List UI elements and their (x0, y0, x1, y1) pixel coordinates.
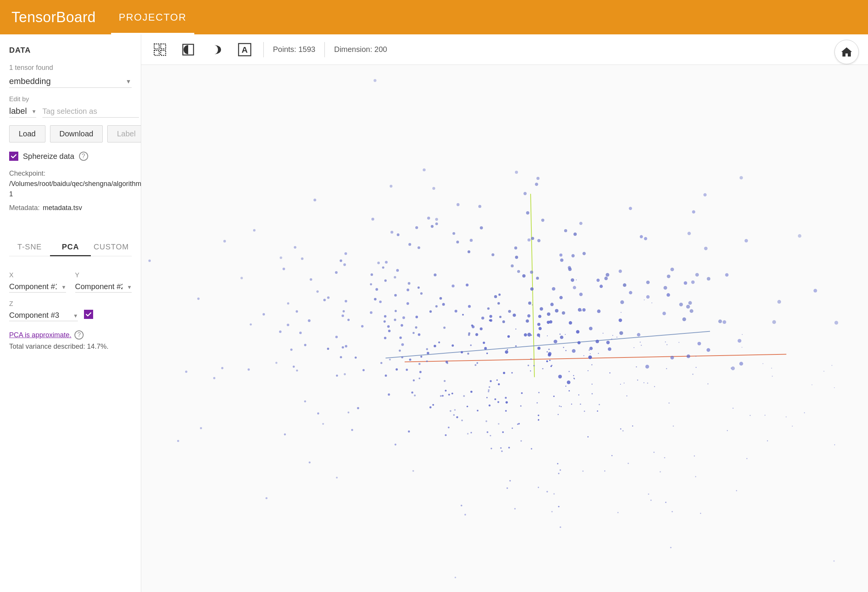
download-button[interactable]: Download (50, 125, 103, 142)
edit-by-dropdown-wrapper: label ▾ (9, 105, 36, 118)
nav-item-projector[interactable]: PROJECTOR (111, 0, 194, 34)
toolbar-points: Points: 1593 (273, 45, 315, 54)
tab-custom[interactable]: CUSTOM (91, 236, 132, 256)
metadata-row: Metadata: metadata.tsv (9, 204, 132, 212)
app-logo: TensorBoard (11, 9, 96, 26)
tab-pca[interactable]: PCA (50, 236, 91, 256)
sphereize-help-icon[interactable]: ? (79, 152, 88, 161)
night-mode-icon[interactable] (179, 40, 198, 59)
selection-mode-icon[interactable] (150, 40, 169, 59)
toolbar: A Points: 1593 Dimension: 200 (141, 34, 868, 65)
tensor-count: 1 tensor found (9, 64, 132, 72)
edit-by-label: Edit by (9, 95, 132, 103)
app-header: TensorBoard PROJECTOR (0, 0, 868, 34)
svg-rect-1 (161, 44, 166, 49)
pca-z-group: Z Component #3 ▾ (9, 300, 78, 321)
pca-x-group: X Component #1 ▾ (9, 272, 66, 293)
pca-y-dropdown-wrapper: Component #2 ▾ (75, 281, 132, 293)
main-layout: DATA 1 tensor found embedding ▾ Edit by … (0, 34, 868, 592)
label-icon[interactable]: A (235, 40, 254, 59)
svg-rect-3 (161, 50, 166, 55)
pca-y-group: Y Component #2 ▾ (75, 272, 132, 293)
sphereize-label: Sphereize data (23, 152, 74, 161)
scatter-plot[interactable] (141, 65, 868, 592)
pca-approximate-text: PCA is approximate. (9, 331, 71, 339)
pca-xy-row: X Component #1 ▾ Y Component #2 ▾ (9, 272, 132, 293)
pca-z-label: Z (9, 300, 78, 308)
tensor-dropdown-wrapper: embedding ▾ (9, 75, 132, 88)
checkpoint-value: /Volumes/root/baidu/qec/shengna/algorith… (9, 180, 141, 198)
crescent-icon[interactable] (207, 40, 226, 59)
sidebar: DATA 1 tensor found embedding ▾ Edit by … (0, 34, 141, 592)
load-button[interactable]: Load (9, 125, 45, 142)
metadata-value: metadata.tsv (43, 204, 82, 212)
tab-tsne[interactable]: T-SNE (9, 236, 50, 256)
edit-by-row: label ▾ (9, 105, 132, 118)
projection-tabs: T-SNE PCA CUSTOM (9, 236, 132, 256)
visualization-area: ? (141, 65, 868, 592)
metadata-label: Metadata: (9, 204, 40, 212)
label-button[interactable]: Label (107, 125, 141, 142)
pca-help-icon[interactable]: ? (74, 330, 84, 340)
toolbar-divider (263, 42, 264, 57)
pca-z-dropdown-wrapper: Component #3 ▾ (9, 309, 78, 321)
svg-text:A: A (242, 45, 248, 55)
pca-y-dropdown[interactable]: Component #2 (75, 281, 132, 293)
tag-selection-input[interactable] (42, 105, 139, 118)
pca-z-row: Z Component #3 ▾ (9, 300, 132, 321)
edit-by-dropdown[interactable]: label (9, 105, 36, 118)
svg-rect-0 (154, 44, 159, 49)
main-content: A Points: 1593 Dimension: 200 ? (141, 34, 868, 592)
sidebar-section-title: DATA (9, 46, 132, 55)
pca-z-dropdown[interactable]: Component #3 (9, 309, 78, 321)
toolbar-divider-2 (324, 42, 325, 57)
pca-y-label: Y (75, 272, 132, 279)
home-button[interactable] (834, 40, 859, 64)
sphereize-checkbox[interactable] (9, 152, 18, 161)
checkpoint-row: Checkpoint: /Volumes/root/baidu/qec/shen… (9, 168, 132, 199)
pca-approximate-note[interactable]: PCA is approximate. ? (9, 330, 132, 340)
action-buttons: Load Download Label (9, 125, 132, 142)
sphereize-row: Sphereize data ? (9, 152, 132, 161)
variance-text: Total variance described: 14.7%. (9, 343, 132, 351)
tensor-dropdown[interactable]: embedding (9, 75, 132, 88)
pca-x-dropdown[interactable]: Component #1 (9, 281, 66, 293)
pca-z-checkbox[interactable] (84, 310, 93, 319)
toolbar-dimension: Dimension: 200 (334, 45, 387, 54)
pca-x-dropdown-wrapper: Component #1 ▾ (9, 281, 66, 293)
main-nav: PROJECTOR (111, 0, 194, 34)
pca-x-label: X (9, 272, 66, 279)
checkpoint-label: Checkpoint: (9, 170, 45, 177)
pca-controls: X Component #1 ▾ Y Component #2 ▾ (9, 265, 132, 351)
svg-rect-2 (154, 50, 159, 55)
